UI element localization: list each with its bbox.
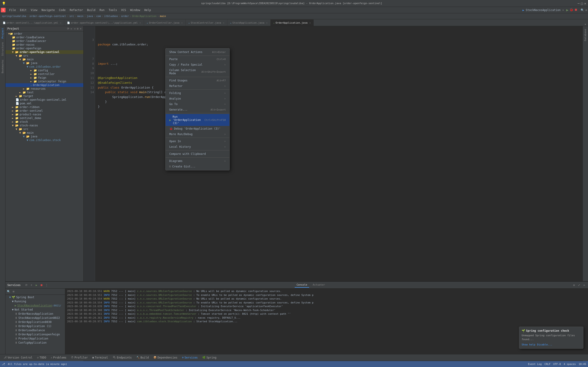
tab-overflow-button[interactable]: ▾ — [583, 23, 588, 26]
debug-button[interactable]: 🐞 — [569, 8, 573, 12]
disable-link[interactable]: Disable... — [537, 343, 552, 346]
ctx-debug-order-app[interactable]: 🐞 Debug 'OrderApplication (3)' — [166, 126, 229, 131]
tree-item-sn-src[interactable]: ▼ 📂 src — [6, 127, 83, 131]
menu-item-code[interactable]: Code — [57, 8, 68, 12]
encoding-btn[interactable]: UTF-8 — [553, 363, 561, 366]
settings-button[interactable]: ⚙ — [586, 8, 587, 12]
tree-item-order-app[interactable]: ☕ OrderApplication — [6, 83, 83, 87]
services-refresh-btn[interactable]: ⟳ — [24, 283, 28, 287]
tree-item-feign[interactable]: ► 📁 feign — [6, 76, 83, 80]
services-stop-btn[interactable]: ⏹ — [40, 283, 44, 287]
project-tool-button[interactable]: Project — [1, 26, 5, 40]
ctx-analyze[interactable]: Analyze › — [166, 96, 229, 101]
svc-order-app-1[interactable]: ⏸ OrderApplication (1) — [6, 324, 65, 328]
breadcrumb-method[interactable]: main — [160, 15, 166, 18]
tree-item-sn-java[interactable]: ▼ 📂 java — [6, 135, 83, 138]
breadcrumb-main[interactable]: main — [78, 15, 84, 18]
svc-springboot-group[interactable]: ▼ 🌱 Spring Boot — [6, 295, 65, 299]
menu-item-tools[interactable]: Tools — [107, 8, 119, 12]
breadcrumb-order[interactable]: order — [121, 15, 129, 18]
ctx-refactor[interactable]: Refactor › — [166, 83, 229, 89]
svc-config-app[interactable]: ⏸ ConfigApplication — [6, 341, 65, 345]
sidebar-close-button[interactable]: ✕ — [80, 27, 82, 30]
ctx-diagrams[interactable]: Diagrams › — [166, 158, 229, 164]
menu-item-help[interactable]: Help — [142, 8, 153, 12]
svc-filter-btn[interactable]: 🔍 — [6, 290, 10, 294]
svc-order-app-openfeign[interactable]: ⏸ OrderApplicationopenfeign — [6, 332, 65, 336]
run-button[interactable]: ▶ — [566, 8, 569, 12]
menu-item-edit[interactable]: Edit — [18, 8, 28, 12]
profiler-tool-btn[interactable]: ⏱ Profiler — [69, 356, 90, 360]
menu-item-navigate[interactable]: Navigate — [40, 8, 57, 12]
actuator-tab[interactable]: Actuator — [311, 282, 327, 288]
breadcrumb-itbluebox[interactable]: itbluebox — [104, 15, 118, 18]
sync-files-button[interactable]: ⟳ — [67, 27, 69, 30]
ctx-create-gist[interactable]: ⎘ Create Gist... — [166, 164, 229, 169]
tree-item-java[interactable]: ▼ 📂 java — [6, 61, 83, 65]
tree-item-stock-nacos[interactable]: ▼ 📂 stock-nacos — [6, 124, 83, 127]
tree-item-product[interactable]: ► 📁 product-nacos — [6, 113, 83, 116]
search-button[interactable]: 🔍 — [581, 8, 584, 12]
tree-item-ribbon[interactable]: ► 📁 order-ribbon — [6, 105, 83, 109]
svc-stock-nacos-app[interactable]: ▶ StockNacosApplication :8021/ — [6, 303, 65, 308]
tree-item-sentinel[interactable]: ▼ 📂 order-openfeign-sentinel — [6, 50, 83, 54]
menu-item-view[interactable]: View — [29, 8, 39, 12]
tree-item-stock[interactable]: ► 📁 stock — [6, 120, 83, 124]
tree-item-package[interactable]: ▼ com.itbluebox.order — [6, 65, 83, 69]
ctx-show-context[interactable]: Show Context Actions Alt+Enter — [166, 49, 229, 55]
ctx-find-usages[interactable]: Find Usages Alt+F7 — [166, 78, 229, 83]
terminal-tool-btn[interactable]: ▣ Terminal — [90, 356, 110, 360]
database-tool-button[interactable]: Database — [583, 27, 587, 43]
menu-item-vcs[interactable]: VCS — [119, 8, 128, 12]
minimize-button[interactable]: ─ — [578, 2, 579, 5]
services-more-btn[interactable]: ⋮ — [44, 283, 49, 287]
services-add-btn[interactable]: + — [29, 283, 34, 287]
menu-item-file[interactable]: File — [7, 8, 18, 12]
file-tab-4[interactable]: ☕ StockApplication.java ✕ — [227, 19, 271, 26]
tree-item-nacos[interactable]: 📁 order-nacos — [6, 43, 83, 47]
panel-expand-btn[interactable]: ⤢ — [577, 283, 581, 287]
svc-group-btn[interactable]: ⊞ — [11, 290, 16, 294]
tree-item-main[interactable]: ▼ 📂 main — [6, 58, 83, 61]
toolbar-run-config[interactable]: ▶ StockNacosApplication ▾ — [523, 8, 564, 12]
panel-close-btn[interactable]: ✕ — [582, 283, 586, 287]
ctx-copy-paste-special[interactable]: Copy / Paste Special › — [166, 62, 229, 67]
tree-item-order-sentinel[interactable]: ► 📁 order-sentinel — [6, 109, 83, 113]
structure-tool-button[interactable]: Structure — [1, 40, 5, 58]
ctx-open-in[interactable]: Open In › — [166, 139, 229, 144]
file-tab-3[interactable]: ☕ StockController.java ✕ — [186, 19, 227, 26]
tree-item-sentinel-demo[interactable]: ► 📁 sentinel_demo — [6, 116, 83, 120]
svc-order-app-8030[interactable]: ⏸ OrderApplication8030 — [6, 320, 65, 324]
tree-item-openfeign[interactable]: 📁 order-openfeign — [6, 47, 83, 50]
menu-item-refactor[interactable]: Refactor — [68, 8, 85, 12]
menu-item-window[interactable]: Window — [128, 8, 142, 12]
svc-product-app[interactable]: ⏸ ProductApplication — [6, 336, 65, 341]
tree-item-sn-package[interactable]: ▼ com.itbluebox.stock — [6, 138, 83, 142]
tree-item-sn-main[interactable]: ▼ 📂 main — [6, 131, 83, 135]
indent-btn[interactable]: 4 spaces — [564, 363, 576, 366]
bookmarks-tool-button[interactable]: Bookmarks — [1, 58, 5, 75]
tree-item-resources[interactable]: ► 📁 resources — [6, 87, 83, 91]
breadcrumb-java[interactable]: java — [87, 15, 93, 18]
breadcrumb-project[interactable]: springcloudaliba — [2, 15, 26, 18]
build-tool-btn[interactable]: 🔨 Build — [135, 356, 151, 360]
menu-item-build[interactable]: Build — [85, 8, 97, 12]
tree-item-interceptor-feign[interactable]: ► 📁 interceptor feign — [6, 80, 83, 83]
svc-running-group[interactable]: ▼ Running — [6, 299, 65, 303]
expand-all-button[interactable]: ⇥ — [74, 27, 75, 30]
menu-item-run[interactable]: Run — [98, 8, 106, 12]
console-tab[interactable]: Console — [295, 282, 309, 288]
breadcrumb-module[interactable]: order-openfeign-sentinel — [30, 15, 66, 18]
close-button[interactable]: ✕ — [584, 2, 586, 5]
ctx-generate[interactable]: Generate... Alt+Insert — [166, 107, 229, 112]
maximize-button[interactable]: □ — [581, 2, 583, 5]
ctx-column-selection[interactable]: Column Selection Mode Alt+Shift+Insert — [166, 67, 229, 76]
panel-settings-btn[interactable]: ⚙ — [572, 283, 576, 287]
breadcrumb-class[interactable]: OrderApplication — [132, 15, 156, 18]
run-config-dropdown-icon[interactable]: ▾ — [562, 8, 564, 12]
dependencies-tool-btn[interactable]: 📦 Dependencies — [152, 356, 179, 360]
ctx-goto[interactable]: Go To › — [166, 101, 229, 107]
file-tab-1[interactable]: 📄 order-openfeign-sentinel\...\applicati… — [64, 19, 144, 26]
file-tab-active[interactable]: ☕ OrderApplication.java ✕ — [271, 19, 314, 26]
event-log-btn[interactable]: Event Log — [528, 363, 542, 366]
